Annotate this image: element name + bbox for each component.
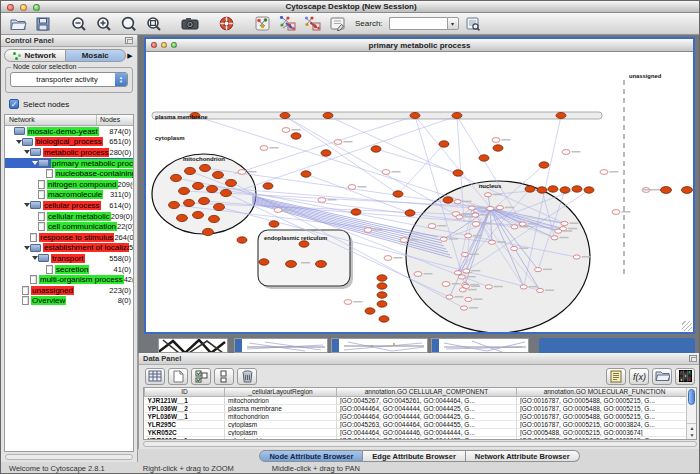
tree-item-label: unassigned <box>31 286 74 295</box>
layout-network-a-icon[interactable] <box>276 14 298 33</box>
scrollbar-arrows-icon[interactable]: ▲▼ <box>687 423 697 439</box>
tree-col-network[interactable]: Network <box>5 115 97 125</box>
table-row[interactable]: YJR121W__1mitochondrion[GO:0045267, GO:0… <box>145 396 693 404</box>
unselect-all-attributes-icon[interactable] <box>214 368 234 385</box>
table-column-header[interactable]: _cellularLayoutRegion <box>225 388 337 396</box>
expand-arrow-icon[interactable] <box>15 140 22 144</box>
tree-row[interactable]: unassigned223(0) <box>5 285 133 296</box>
tree-col-nodes[interactable]: Nodes <box>97 115 133 125</box>
delete-attribute-trash-icon[interactable] <box>237 368 257 385</box>
open-file-icon[interactable] <box>7 14 29 33</box>
table-horizontal-scrollbar[interactable] <box>143 441 697 447</box>
control-panel-hscrollbar[interactable] <box>5 454 133 460</box>
table-row[interactable]: YDR039C__1mitochondrion[GO:0044464, GO:0… <box>145 436 693 440</box>
table-column-header[interactable]: annotation.GO CELLULAR_COMPONENT <box>337 388 517 396</box>
node-transporter <box>237 237 247 243</box>
table-vertical-scrollbar[interactable]: ▲▼ <box>686 388 696 439</box>
tree-row[interactable]: metabolic process280(0) <box>5 147 133 158</box>
tree-row[interactable]: biological_process651(0) <box>5 137 133 148</box>
background-frame-2[interactable] <box>234 338 328 353</box>
expand-arrow-icon[interactable] <box>23 246 30 250</box>
background-frame-3[interactable] <box>331 338 428 353</box>
attribute-matrix-icon[interactable] <box>675 368 695 385</box>
status-message: Welcome to Cytoscape 2.8.1 <box>9 464 105 473</box>
float-data-panel-icon[interactable] <box>689 355 697 362</box>
tree-row[interactable]: transport558(0) <box>5 253 133 264</box>
node-label-mark <box>464 216 473 218</box>
background-frame-5[interactable] <box>539 338 695 353</box>
select-all-attributes-icon[interactable] <box>191 368 211 385</box>
expand-arrow-icon[interactable] <box>23 203 30 207</box>
table-row[interactable]: YPL036W__1mitochondrion[GO:0044464, GO:0… <box>145 412 693 420</box>
tree-row[interactable]: mosaic-demo-yeast874(0) <box>5 126 133 137</box>
expand-arrow-icon[interactable] <box>31 161 38 165</box>
table-row[interactable]: YKR052Ccytoplasm[GO:0044464, GO:0044446,… <box>145 428 693 436</box>
zoom-selected-icon[interactable] <box>118 14 140 33</box>
tab-network-attribute-browser[interactable]: Network Attribute Browser <box>466 450 580 462</box>
node-unselected <box>238 170 246 175</box>
node-unselected <box>334 140 342 145</box>
frame-resize-grip[interactable] <box>682 321 692 331</box>
annotation-icon[interactable] <box>326 14 348 33</box>
node-color-select[interactable]: transporter activity ▲▼ <box>10 72 128 87</box>
select-nodes-checkbox[interactable]: ✓ <box>9 99 19 109</box>
tree-row[interactable]: cell communication22(0) <box>5 221 133 232</box>
tab-overflow-arrow-icon[interactable]: ▶ <box>126 52 134 60</box>
tab-mosaic[interactable]: Mosaic <box>66 49 127 62</box>
tab-edge-attribute-browser[interactable]: Edge Attribute Browser <box>363 450 465 462</box>
tab-network[interactable]: Network <box>4 49 66 62</box>
search-input[interactable] <box>389 17 447 30</box>
network-canvas[interactable]: plasma membranecytoplasmmitochondrionnuc… <box>146 52 693 332</box>
zoom-out-icon[interactable] <box>68 14 90 33</box>
tree-row[interactable]: nitrogen compound209(0) <box>5 179 133 190</box>
vizmapper-icon[interactable] <box>251 14 273 33</box>
table-row[interactable]: YPL036W__2plasma membrane[GO:0044464, GO… <box>145 404 693 412</box>
network-view-titlebar[interactable]: primary metabolic process <box>146 39 693 52</box>
open-attribute-file-icon[interactable] <box>652 368 672 385</box>
import-attributes-icon[interactable] <box>606 368 626 385</box>
node-transporter <box>539 162 549 168</box>
table-column-header[interactable]: annotation.GO MOLECULAR_FUNCTION <box>517 388 693 396</box>
snapshot-camera-icon[interactable] <box>179 14 201 33</box>
tree-row[interactable]: Overview8(0) <box>5 296 133 307</box>
network-view-frame[interactable]: primary metabolic process plasma membran… <box>144 37 695 334</box>
zoom-in-icon[interactable] <box>93 14 115 33</box>
table-column-header[interactable]: ID <box>145 388 225 396</box>
tree-row[interactable]: primary metabolic process209(... <box>5 158 133 169</box>
tree-row[interactable]: cellular process614(0) <box>5 200 133 211</box>
create-new-attribute-icon[interactable] <box>168 368 188 385</box>
expand-arrow-icon[interactable] <box>23 150 30 154</box>
table-row[interactable]: YLR295Ccytoplasm[GO:0045263, GO:0044464,… <box>145 420 693 428</box>
tree-item-node-count: 209(0) <box>111 212 133 221</box>
node-label-mark <box>301 262 310 264</box>
help-lifebuoy-icon[interactable] <box>215 14 237 33</box>
search-dropdown-arrow-icon[interactable]: ▾ <box>447 17 459 30</box>
tree-row[interactable]: multi-organism process42(0) <box>5 274 133 285</box>
node-label-mark <box>248 171 257 173</box>
advanced-search-icon[interactable] <box>462 14 484 33</box>
expand-arrow-icon[interactable] <box>31 256 38 260</box>
node-transporter <box>171 174 182 181</box>
tree-row[interactable]: establishment of localization558(0) <box>5 243 133 254</box>
background-frame-4[interactable] <box>431 338 529 353</box>
node-label-mark <box>467 276 476 278</box>
layout-network-b-icon[interactable] <box>301 14 323 33</box>
node-label-mark <box>449 238 458 240</box>
tab-node-attribute-browser[interactable]: Node Attribute Browser <box>259 450 363 462</box>
tree-row[interactable]: response to stimulus264(0) <box>5 232 133 243</box>
save-session-icon[interactable] <box>32 14 54 33</box>
formula-builder-icon[interactable]: f(x) <box>629 368 649 385</box>
tree-row[interactable]: nucleobase-containing209(0) <box>5 168 133 179</box>
node-unselected <box>382 170 390 175</box>
tree-row[interactable]: cellular metabolic209(0) <box>5 211 133 222</box>
tree-row[interactable]: macromolecule311(0) <box>5 190 133 201</box>
float-panel-icon[interactable] <box>125 37 133 44</box>
table-cell: [GO:0016787, GO:0005215, GO:0003824, G..… <box>517 420 693 428</box>
background-frame-1[interactable] <box>158 338 228 353</box>
scrollbar-thumb[interactable] <box>688 389 695 405</box>
select-attributes-icon[interactable] <box>145 368 165 385</box>
node-label-mark <box>569 222 578 224</box>
network-desktop: primary metabolic process plasma membran… <box>138 35 700 353</box>
zoom-fit-icon[interactable] <box>143 14 165 33</box>
tree-row[interactable]: secretion41(0) <box>5 264 133 275</box>
